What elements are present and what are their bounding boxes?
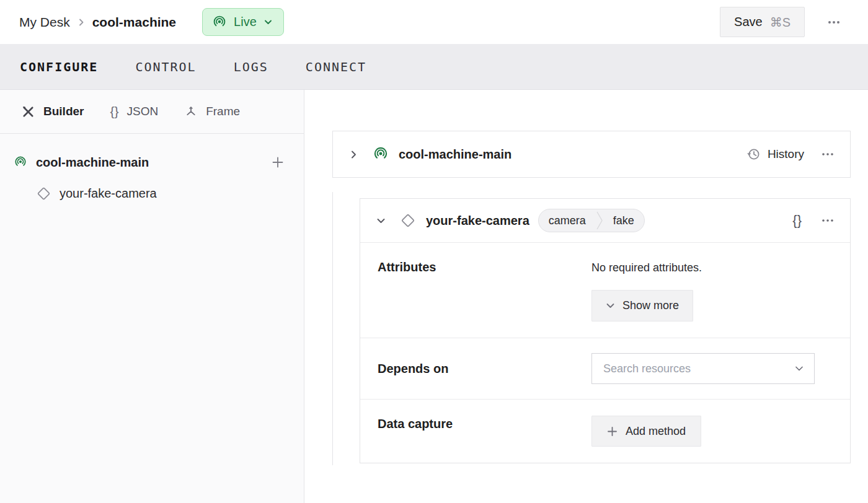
- chevron-down-icon: [264, 17, 273, 27]
- view-tab-json[interactable]: {} JSON: [110, 104, 158, 119]
- machine-status-badge[interactable]: Live: [202, 8, 284, 36]
- breadcrumb-location[interactable]: My Desk: [19, 15, 70, 30]
- tree-item-component[interactable]: your-fake-camera: [14, 181, 286, 206]
- tools-icon: [21, 105, 35, 119]
- chevron-down-icon: [606, 301, 615, 310]
- ellipsis-icon: [826, 14, 842, 30]
- overflow-menu-button[interactable]: [823, 12, 844, 33]
- data-capture-label: Data capture: [378, 416, 591, 447]
- save-label: Save: [734, 15, 763, 29]
- history-icon: [746, 147, 761, 162]
- history-label: History: [768, 147, 804, 161]
- breadcrumb-machine-name: cool-machine: [92, 15, 176, 30]
- chevron-down-icon[interactable]: [376, 216, 386, 225]
- resource-card-title: your-fake-camera: [426, 214, 529, 228]
- resource-model-badge: camera fake: [538, 209, 645, 232]
- ellipsis-icon: [820, 147, 835, 162]
- app-window: My Desk cool-machine Live Save ⌘: [0, 0, 868, 503]
- data-capture-section: Data capture Add method: [360, 400, 850, 463]
- broadcast-icon: [212, 15, 227, 30]
- tab-control[interactable]: CONTROL: [135, 59, 196, 74]
- view-tab-label: JSON: [126, 105, 158, 118]
- depends-on-label: Depends on: [378, 362, 591, 376]
- top-bar: My Desk cool-machine Live Save ⌘: [0, 0, 868, 44]
- history-button[interactable]: History: [746, 147, 804, 162]
- diamond-icon: [36, 186, 51, 201]
- axes-icon: [184, 105, 198, 118]
- machine-nav-tabs: CONFIGURE CONTROL LOGS CONNECT: [0, 44, 868, 90]
- config-main-panel: cool-machine-main History: [304, 90, 868, 503]
- add-resource-button[interactable]: [270, 154, 286, 170]
- add-method-label: Add method: [626, 425, 686, 438]
- broadcast-icon: [14, 155, 27, 169]
- attributes-empty-text: No required attributes.: [591, 259, 833, 274]
- raw-json-button[interactable]: {}: [790, 210, 804, 231]
- view-tab-frame[interactable]: Frame: [184, 105, 240, 118]
- show-more-button[interactable]: Show more: [591, 290, 693, 321]
- part-card: cool-machine-main History: [332, 131, 851, 178]
- depends-on-section: Depends on Search resources: [360, 338, 850, 400]
- attributes-section: Attributes No required attributes. Show …: [360, 243, 850, 338]
- resource-model: fake: [603, 214, 644, 227]
- attributes-label: Attributes: [378, 259, 591, 321]
- breadcrumb: My Desk cool-machine: [19, 15, 176, 30]
- chevron-separator-icon: [596, 209, 603, 232]
- content-area: Builder {} JSON Frame: [0, 90, 868, 503]
- resource-tree: cool-machine-main your-fake-camera: [0, 134, 304, 206]
- config-view-switcher: Builder {} JSON Frame: [0, 90, 304, 134]
- save-button[interactable]: Save ⌘S: [720, 7, 805, 37]
- depends-on-select[interactable]: Search resources: [591, 353, 815, 384]
- config-sidebar: Builder {} JSON Frame: [0, 90, 304, 503]
- status-label: Live: [234, 15, 257, 29]
- braces-icon: {}: [110, 104, 118, 119]
- tab-logs[interactable]: LOGS: [234, 59, 268, 74]
- top-bar-actions: Save ⌘S: [720, 7, 844, 37]
- save-shortcut: ⌘S: [770, 15, 790, 30]
- chevron-down-icon: [794, 364, 804, 374]
- tree-item-label: cool-machine-main: [36, 155, 149, 170]
- tree-item-label: your-fake-camera: [60, 186, 157, 201]
- add-method-button[interactable]: Add method: [591, 416, 701, 447]
- show-more-label: Show more: [622, 299, 679, 312]
- tab-configure[interactable]: CONFIGURE: [20, 59, 98, 74]
- chevron-right-icon[interactable]: [349, 150, 358, 159]
- part-menu-button[interactable]: [818, 144, 838, 164]
- resource-menu-button[interactable]: [818, 211, 838, 230]
- resource-card-header: your-fake-camera camera fake {}: [360, 199, 850, 243]
- plus-icon: [271, 155, 285, 169]
- broadcast-icon: [373, 146, 389, 162]
- ellipsis-icon: [820, 213, 835, 228]
- depends-on-placeholder: Search resources: [603, 362, 691, 375]
- view-tab-label: Builder: [43, 105, 84, 118]
- view-tab-label: Frame: [206, 105, 240, 118]
- plus-icon: [607, 426, 618, 437]
- resource-card: your-fake-camera camera fake {}: [360, 198, 851, 463]
- view-tab-builder[interactable]: Builder: [21, 105, 84, 119]
- braces-icon: {}: [792, 212, 802, 229]
- part-children-container: your-fake-camera camera fake {}: [332, 192, 851, 465]
- diamond-icon: [400, 212, 416, 229]
- tree-item-part[interactable]: cool-machine-main: [14, 150, 286, 175]
- part-card-title: cool-machine-main: [399, 147, 512, 162]
- tab-connect[interactable]: CONNECT: [306, 59, 366, 74]
- chevron-right-icon: [77, 18, 86, 27]
- resource-type: camera: [539, 214, 596, 227]
